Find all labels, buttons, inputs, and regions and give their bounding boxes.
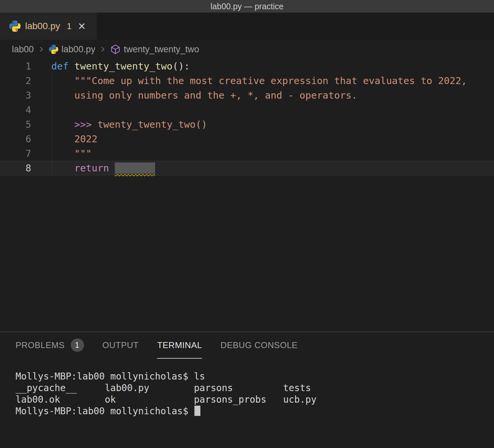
breadcrumb: lab00 lab00.py twenty_twenty_two — [0, 40, 494, 59]
line-content: using only numbers and the +, *, and - o… — [36, 90, 357, 101]
terminal-line: lab00.ok ok parsons_probs ucb.py — [16, 394, 494, 405]
panel-tab-label: OUTPUT — [103, 340, 139, 350]
line-number[interactable]: 7 — [0, 148, 36, 159]
snippet-blank — [115, 162, 155, 174]
line-content: def twenty_twenty_two(): — [36, 61, 190, 72]
code-token: return — [74, 162, 109, 174]
terminal-line: Mollys-MBP:lab00 mollynicholas$ ls — [16, 371, 494, 382]
code-line[interactable]: 3 using only numbers and the +, *, and -… — [0, 88, 494, 103]
python-icon — [49, 45, 58, 54]
bottom-panel: PROBLEMS1OUTPUTTERMINALDEBUG CONSOLE Mol… — [0, 332, 494, 448]
code-token — [51, 162, 74, 174]
panel-tab-label: DEBUG CONSOLE — [221, 340, 298, 350]
line-content: >>> twenty_twenty_two() — [36, 119, 207, 130]
terminal-line: __pycache__ lab00.py parsons tests — [16, 382, 494, 394]
code-token: 2022 — [74, 133, 98, 145]
window-title: lab00.py — practice — [211, 2, 284, 11]
code-line[interactable]: 1def twenty_twenty_two(): — [0, 59, 494, 73]
problems-count-badge: 1 — [71, 338, 84, 352]
editor-tabstrip: lab00.py 1 × — [0, 13, 494, 40]
code-editor[interactable]: 1def twenty_twenty_two():2 """Come up wi… — [0, 59, 494, 332]
panel-tab-output[interactable]: OUTPUT — [103, 332, 139, 359]
code-line[interactable]: 8 return — [0, 161, 494, 175]
tab-filename: lab00.py — [25, 21, 60, 31]
panel-tab-label: PROBLEMS — [16, 340, 65, 350]
line-content: return — [36, 162, 155, 174]
breadcrumb-symbol-label: twenty_twenty_two — [124, 44, 199, 55]
code-token — [51, 90, 74, 101]
code-token — [109, 162, 115, 174]
tab-lab00-py[interactable]: lab00.py 1 × — [0, 13, 97, 40]
code-line[interactable]: 7 """ — [0, 146, 494, 161]
tab-problems-badge: 1 — [67, 21, 71, 31]
editor-lines: 1def twenty_twenty_two():2 """Come up wi… — [0, 59, 494, 175]
code-token: twenty_twenty_two — [74, 61, 173, 72]
code-token — [51, 119, 74, 130]
python-icon — [9, 21, 21, 32]
line-number[interactable]: 8 — [0, 163, 36, 174]
code-token: """Come up with the most creative expres… — [74, 75, 467, 86]
terminal-output[interactable]: Mollys-MBP:lab00 mollynicholas$ ls__pyca… — [0, 359, 494, 417]
code-line[interactable]: 2 """Come up with the most creative expr… — [0, 73, 494, 88]
line-number[interactable]: 6 — [0, 134, 36, 145]
code-token — [68, 61, 74, 72]
code-token: (): — [173, 61, 190, 72]
panel-tab-label: TERMINAL — [157, 340, 202, 350]
code-token: def — [51, 61, 68, 72]
line-content: """ — [36, 148, 92, 159]
terminal-line: Mollys-MBP:lab00 mollynicholas$ — [16, 405, 494, 417]
code-token: """ — [74, 148, 92, 159]
code-line[interactable]: 4 — [0, 103, 494, 117]
code-line[interactable]: 5 >>> twenty_twenty_two() — [0, 117, 494, 132]
line-number[interactable]: 3 — [0, 90, 36, 101]
code-token: twenty_twenty_two() — [92, 119, 207, 130]
breadcrumb-folder-label: lab00 — [12, 44, 34, 55]
panel-tabs: PROBLEMS1OUTPUTTERMINALDEBUG CONSOLE — [0, 332, 494, 359]
code-token — [51, 75, 74, 86]
line-number[interactable]: 1 — [0, 61, 36, 72]
window-titlebar: lab00.py — practice — [0, 0, 494, 13]
line-content: """Come up with the most creative expres… — [36, 75, 467, 86]
tab-close-icon[interactable]: × — [78, 20, 85, 32]
breadcrumb-folder[interactable]: lab00 — [12, 44, 34, 55]
breadcrumb-file-label: lab00.py — [62, 44, 95, 55]
line-number[interactable]: 2 — [0, 75, 36, 86]
code-token: >>> — [74, 119, 92, 130]
breadcrumb-symbol[interactable]: twenty_twenty_two — [110, 44, 199, 55]
indent-guide — [52, 73, 52, 175]
panel-tab-problems[interactable]: PROBLEMS1 — [16, 332, 84, 359]
line-number[interactable]: 4 — [0, 105, 36, 115]
panel-tab-debug-console[interactable]: DEBUG CONSOLE — [221, 332, 298, 359]
code-token — [51, 148, 74, 159]
chevron-right-icon — [38, 46, 45, 53]
panel-tab-terminal[interactable]: TERMINAL — [157, 332, 202, 359]
code-token: using only numbers and the +, *, and - o… — [74, 90, 357, 101]
line-number[interactable]: 5 — [0, 119, 36, 130]
breadcrumb-file[interactable]: lab00.py — [49, 44, 95, 55]
chevron-right-icon — [99, 46, 106, 53]
symbol-method-cube-icon — [110, 44, 120, 54]
code-line[interactable]: 6 2022 — [0, 132, 494, 146]
code-token — [51, 133, 74, 145]
terminal-cursor — [194, 406, 200, 416]
line-content: 2022 — [36, 133, 98, 145]
